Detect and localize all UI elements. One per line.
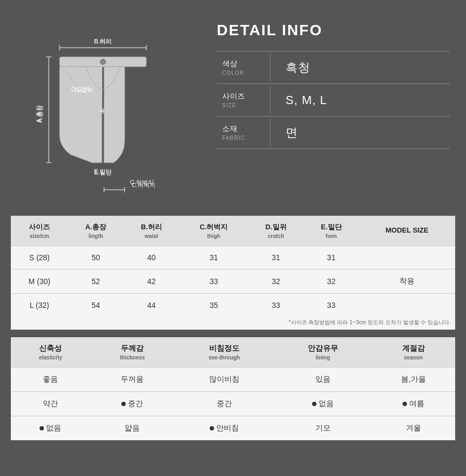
- svg-text:E.밑단: E.밑단: [94, 168, 112, 175]
- size-section: 사이즈 size/cm A.총장 lingth B.허리 waist C.허벅지…: [11, 216, 455, 330]
- attr-r1-elasticity: 좋음: [11, 368, 90, 392]
- attr-r3-thickness: 얇음: [90, 416, 174, 441]
- attr-r3-see-through: 안비침: [174, 416, 274, 441]
- svg-text:B.허리: B.허리: [94, 38, 112, 44]
- attr-row-2: 약간 중간 중간 없음 여름: [11, 392, 455, 416]
- size-m-model: 착용: [359, 269, 455, 294]
- size-s-e: 31: [304, 246, 359, 269]
- attr-r1-season: 봄,가을: [372, 368, 455, 392]
- size-l-a: 54: [68, 294, 124, 317]
- detail-info-table: 색상 COLOR 흑청 사이즈 SIZE: [217, 51, 450, 149]
- attr-r3-season: 겨울: [372, 416, 455, 441]
- attr-r1-thickness: 두꺼움: [90, 368, 174, 392]
- dot-elasticity: [40, 426, 44, 430]
- attr-header-lining: 안감유무 lining: [274, 337, 372, 368]
- diagram-area: A.총장 B.허리 D.밑위 C.허벅지 E.밑단 A.총장: [11, 16, 195, 206]
- size-s-d: 31: [248, 246, 304, 269]
- attr-header-see-through: 비침정도 see-through: [174, 337, 274, 368]
- svg-point-1: [100, 59, 106, 65]
- svg-text:D.밑위: D.밑위: [72, 86, 89, 92]
- size-l-c: 35: [179, 294, 248, 317]
- top-section: A.총장 B.허리 D.밑위 C.허벅지 E.밑단 A.총장: [11, 16, 455, 206]
- size-table: 사이즈 size/cm A.총장 lingth B.허리 waist C.허벅지…: [11, 216, 455, 317]
- size-l-b: 44: [124, 294, 179, 317]
- attr-r1-see-through: 많이비침: [174, 368, 274, 392]
- size-l-size: L (32): [11, 294, 68, 317]
- dot-lining: [312, 402, 316, 406]
- attr-row-1: 좋음 두꺼움 많이비침 있음 봄,가을: [11, 368, 455, 392]
- attr-r2-lining: 없음: [274, 392, 372, 416]
- detail-row-color: 색상 COLOR 흑청: [217, 52, 450, 84]
- detail-value-color: 흑청: [275, 52, 450, 84]
- size-s-model: [359, 246, 455, 269]
- size-header-d: D.밑위 crotch: [248, 216, 304, 246]
- svg-text:A.총장: A.총장: [37, 105, 43, 123]
- size-m-d: 32: [248, 269, 304, 294]
- size-note: *사이즈 측정방법에 따라 1~3cm 정도의 오차가 발생할 수 있습니다.: [11, 317, 455, 330]
- size-header-c: C.허벅지 thigh: [179, 216, 248, 246]
- dot-see-through: [210, 426, 214, 430]
- attr-r2-see-through: 중간: [174, 392, 274, 416]
- size-m-size: M (30): [11, 269, 68, 294]
- attr-header-season: 계절감 season: [372, 337, 455, 368]
- detail-label-fabric: 소재 FABRIC: [217, 117, 266, 149]
- attr-row-3: 없음 얇음 안비침 기모 겨울: [11, 416, 455, 441]
- size-s-b: 40: [124, 246, 179, 269]
- size-header-a: A.총장 lingth: [68, 216, 124, 246]
- detail-row-fabric: 소재 FABRIC 면: [217, 117, 450, 149]
- size-s-a: 50: [68, 246, 124, 269]
- detail-label-color: 색상 COLOR: [217, 52, 266, 84]
- size-s-size: S (28): [11, 246, 68, 269]
- size-m-c: 33: [179, 269, 248, 294]
- size-row-m: M (30) 52 42 33 32 32 착용: [11, 269, 455, 294]
- size-m-b: 42: [124, 269, 179, 294]
- attr-section: 신축성 elasticity 두께감 thickness 비침정도 see-th…: [11, 337, 455, 440]
- size-m-e: 32: [304, 269, 359, 294]
- detail-info-panel: DETAIL INFO 색상 COLOR 흑청: [206, 16, 455, 155]
- detail-value-size: S, M, L: [275, 84, 450, 117]
- size-l-d: 33: [248, 294, 304, 317]
- page-wrapper: A.총장 B.허리 D.밑위 C.허벅지 E.밑단 A.총장: [0, 0, 466, 456]
- size-l-e: 33: [304, 294, 359, 317]
- size-header-b: B.허리 waist: [124, 216, 179, 246]
- detail-value-fabric: 면: [275, 117, 450, 149]
- size-header-size: 사이즈 size/cm: [11, 216, 68, 246]
- size-s-c: 31: [179, 246, 248, 269]
- size-row-s: S (28) 50 40 31 31 31: [11, 246, 455, 269]
- garment-diagram: A.총장 B.허리 D.밑위 C.허벅지 E.밑단 A.총장: [22, 27, 184, 201]
- attr-r2-season: 여름: [372, 392, 455, 416]
- dot-thickness: [121, 402, 126, 406]
- size-l-model: [359, 294, 455, 317]
- attr-r3-elasticity: 없음: [11, 416, 90, 441]
- attr-r3-lining: 기모: [274, 416, 372, 441]
- svg-text:C.허벅지: C.허벅지: [132, 182, 156, 188]
- detail-label-size: 사이즈 SIZE: [217, 84, 266, 117]
- attr-header-row: 신축성 elasticity 두께감 thickness 비침정도 see-th…: [11, 337, 455, 368]
- dot-season: [403, 402, 407, 406]
- attr-r2-elasticity: 약간: [11, 392, 90, 416]
- attr-header-thickness: 두께감 thickness: [90, 337, 174, 368]
- size-header-model: MODEL SIZE: [359, 216, 455, 246]
- size-m-a: 52: [68, 269, 124, 294]
- attr-table: 신축성 elasticity 두께감 thickness 비침정도 see-th…: [11, 337, 455, 440]
- attr-r2-thickness: 중간: [90, 392, 174, 416]
- attr-header-elasticity: 신축성 elasticity: [11, 337, 90, 368]
- size-table-header-row: 사이즈 size/cm A.총장 lingth B.허리 waist C.허벅지…: [11, 216, 455, 246]
- size-header-e: E.밑단 hem: [304, 216, 359, 246]
- attr-r1-lining: 있음: [274, 368, 372, 392]
- detail-title: DETAIL INFO: [217, 22, 450, 39]
- detail-row-size: 사이즈 SIZE S, M, L: [217, 84, 450, 117]
- size-row-l: L (32) 54 44 35 33 33: [11, 294, 455, 317]
